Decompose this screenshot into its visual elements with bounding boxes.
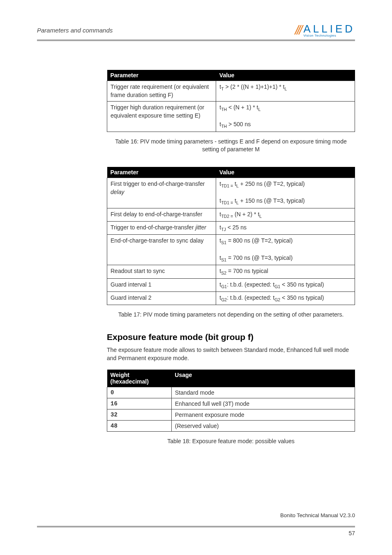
cell-value: tTH < (N + 1) * tLtTH > 500 ns [216, 102, 355, 132]
cell-param: Trigger rate requirement (or equivalent … [107, 81, 216, 102]
table-row: First delay to end-of-charge-transfer tT… [107, 208, 355, 221]
cell-param: Trigger high duration requirement (or eq… [107, 102, 216, 132]
cell-usage: Permanent exposure mode [171, 409, 355, 421]
footer-manual: Bonito Technical Manual V2.3.0 [37, 512, 355, 518]
table-header: Parameter [107, 70, 216, 81]
table-17: Parameter Value First trigger to end-of-… [107, 167, 355, 305]
table-header: Parameter [107, 167, 216, 178]
logo: /// ALLIED Vision Technologies [295, 23, 355, 38]
cell-value: tTD1 = tL + 250 ns (@ T=2, typical)tTD1 … [216, 178, 355, 208]
page-number: 57 [37, 530, 355, 536]
table-18: Weight (hexadecimal) Usage 0 Standard mo… [107, 370, 355, 432]
table-header: Value [216, 167, 355, 178]
logo-main-text: ALLIED [303, 23, 355, 34]
cell-value: tTJ < 25 ns [216, 221, 355, 234]
table-header: Usage [171, 370, 355, 387]
footer-rule [37, 526, 355, 527]
cell-param: Readout start to sync [107, 265, 216, 278]
cell-value: tTD2 = (N + 2) * tL [216, 208, 355, 221]
table-17-caption: Table 17: PIV mode timing parameters not… [107, 311, 355, 319]
table-16-caption: Table 16: PIV mode timing parameters - s… [107, 138, 355, 154]
exposure-feature-text: The exposure feature mode allows to swit… [107, 346, 355, 362]
table-header: Value [216, 70, 355, 81]
cell-weight: 0 [107, 387, 172, 398]
table-row: Guard interval 2 tG2: t.b.d. (expected: … [107, 292, 355, 305]
table-row: 16 Enhanced full well (3T) mode [107, 398, 355, 409]
cell-usage: (Reserved value) [171, 421, 355, 432]
cell-param: First trigger to end-of-charge-transfer … [107, 178, 216, 208]
cell-value: tG1: t.b.d. (expected: tG1 < 350 ns typi… [216, 278, 355, 291]
cell-param: Guard interval 1 [107, 278, 216, 291]
logo-slashes-icon: /// [295, 23, 301, 38]
table-row: 0 Standard mode [107, 387, 355, 398]
cell-usage: Standard mode [171, 387, 355, 398]
cell-usage: Enhanced full well (3T) mode [171, 398, 355, 409]
table-row: Readout start to sync tS2 = 700 ns typic… [107, 265, 355, 278]
table-row: Trigger rate requirement (or equivalent … [107, 81, 355, 102]
table-row: Guard interval 1 tG1: t.b.d. (expected: … [107, 278, 355, 291]
table-18-caption: Table 18: Exposure feature mode: possibl… [107, 437, 355, 446]
cell-value: tS2 = 700 ns typical [216, 265, 355, 278]
cell-value: tT > (2 * ((N + 1)+1)+1) * tL [216, 81, 355, 102]
table-row: Trigger high duration requirement (or eq… [107, 102, 355, 132]
table-header: Weight (hexadecimal) [107, 370, 172, 387]
cell-weight: 16 [107, 398, 172, 409]
cell-weight: 32 [107, 409, 172, 421]
table-row: Trigger to end-of-charge-transfer jitter… [107, 221, 355, 234]
table-row: First trigger to end-of-charge-transfer … [107, 178, 355, 208]
cell-value: tS1 = 800 ns (@ T=2, typical)tS1 = 700 n… [216, 235, 355, 265]
cell-param: Trigger to end-of-charge-transfer jitter [107, 221, 216, 234]
table-row: End-of-charge-transfer to sync dalay tS1… [107, 235, 355, 265]
table-row: 48 (Reserved value) [107, 421, 355, 432]
cell-param: First delay to end-of-charge-transfer [107, 208, 216, 221]
section-title: Parameters and commands [37, 27, 113, 34]
cell-param: End-of-charge-transfer to sync dalay [107, 235, 216, 265]
table-row: 32 Permanent exposure mode [107, 409, 355, 421]
table-16: Parameter Value Trigger rate requirement… [107, 70, 355, 132]
cell-param: Guard interval 2 [107, 292, 216, 305]
cell-weight: 48 [107, 421, 172, 432]
logo-sub-text: Vision Technologies [303, 34, 355, 37]
cell-value: tG2: t.b.d. (expected: tG2 < 350 ns typi… [216, 292, 355, 305]
header-rule [37, 39, 355, 41]
exposure-feature-heading: Exposure feature mode (bit group f) [107, 332, 355, 342]
